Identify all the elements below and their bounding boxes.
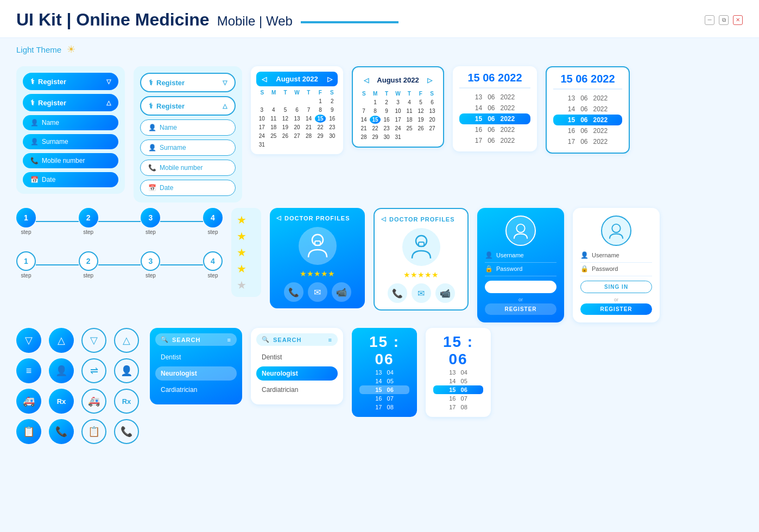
time-row-14-f[interactable]: 14 05 (359, 377, 409, 385)
video-button-outline[interactable]: 📹 (435, 283, 455, 303)
user-filled-icon[interactable]: 👤 (49, 358, 74, 383)
chevron-down-outline-icon[interactable]: ▽ (81, 328, 106, 353)
phone-outline-icon[interactable]: 📞 (114, 419, 139, 444)
password-field-outline[interactable]: 🔒 Password (580, 265, 652, 273)
step-circle-1o[interactable]: 1 (16, 251, 36, 271)
time-row-13-f[interactable]: 13 04 (359, 368, 409, 377)
rating-star-2[interactable]: ★ (237, 230, 256, 243)
step-circle-2f[interactable]: 2 (79, 208, 98, 227)
time-row-13-o[interactable]: 13 04 (433, 368, 483, 377)
username-field-filled[interactable]: 👤 Username (485, 251, 556, 259)
ambulance-outline-icon[interactable]: 🚑 (81, 389, 106, 414)
video-button-filled[interactable]: 📹 (332, 282, 351, 302)
register-button-outline-1[interactable]: ⚕ Register ▽ (140, 73, 236, 92)
step-circle-3o[interactable]: 3 (141, 251, 160, 271)
chevron-up-filled-icon[interactable]: △ (49, 328, 74, 353)
date-row-1-o[interactable]: 13 06 2022 (553, 93, 622, 104)
call-button-filled[interactable]: 📞 (284, 282, 303, 302)
phone-filled-icon[interactable]: 📞 (49, 419, 74, 444)
password-field-filled[interactable]: 🔒 Password (485, 265, 556, 273)
search-item-cardiatrician-f[interactable]: Cardiatrician (155, 383, 237, 397)
cal-prev-outline[interactable]: ◁ (364, 77, 369, 84)
message-button-filled[interactable]: ✉ (308, 282, 327, 302)
rx-outline-icon[interactable]: Rx (114, 389, 139, 414)
date-row-1-f[interactable]: 13 06 2022 (459, 92, 530, 103)
time-row-14-o[interactable]: 14 05 (433, 377, 483, 385)
signin-button-filled[interactable]: SING IN (485, 281, 556, 293)
search-item-dentist-f[interactable]: Dentist (155, 350, 237, 364)
surname-field-filled[interactable]: 👤 Surname (23, 134, 118, 149)
clipboard-filled-icon[interactable]: 📋 (16, 419, 41, 444)
call-button-outline[interactable]: 📞 (388, 283, 407, 303)
mobile-field-outline[interactable]: 📞 Mobile number (140, 160, 236, 176)
rx-filled-icon[interactable]: Rx (49, 389, 74, 414)
search-item-neurologist-o[interactable]: Neurologist (256, 366, 338, 381)
time-row-17-o[interactable]: 17 08 (433, 403, 483, 411)
time-display-filled: 15 : 06 13 04 14 05 15 06 16 07 17 08 (352, 328, 417, 417)
time-row-16-o[interactable]: 16 07 (433, 394, 483, 403)
search-label-f: SEARCH (172, 337, 200, 343)
time-row-16-f[interactable]: 16 07 (359, 394, 409, 403)
date-field-filled[interactable]: 📅 Date (23, 172, 118, 187)
step-circle-1f[interactable]: 1 (16, 208, 36, 227)
doctor-stars-filled: ★★★★★ (276, 269, 358, 278)
search-item-neurologist-f[interactable]: Neurologist (155, 366, 237, 381)
minimize-button[interactable]: ─ (705, 15, 714, 25)
date-row-2-o[interactable]: 14 06 2022 (553, 104, 622, 115)
step-circle-2o[interactable]: 2 (79, 251, 98, 271)
step-circle-4o[interactable]: 4 (203, 251, 223, 271)
step-circle-3f[interactable]: 3 (141, 208, 160, 227)
name-field-filled[interactable]: 👤 Name (23, 115, 118, 130)
time-row-15-f[interactable]: 15 06 (359, 385, 409, 394)
signin-button-outline[interactable]: SING IN (580, 281, 652, 293)
date-row-5-f[interactable]: 17 06 2022 (459, 135, 530, 146)
step-circle-4f[interactable]: 4 (203, 208, 223, 227)
register-button-login-o[interactable]: REGISTER (580, 303, 652, 315)
username-field-outline[interactable]: 👤 Username (580, 251, 652, 259)
cal-prev-filled[interactable]: ◁ (262, 75, 267, 83)
back-arrow-icon-f[interactable]: ◁ (276, 214, 281, 221)
icons-row-2: 🚑 Rx 🚑 Rx 📋 📞 📋 📞 (16, 389, 141, 444)
date-field-outline[interactable]: 📅 Date (140, 180, 236, 196)
time-row-15-o[interactable]: 15 06 (433, 385, 483, 394)
rating-star-1[interactable]: ★ (237, 213, 256, 226)
register-button-filled-1[interactable]: ⚕ Register ▽ (23, 73, 118, 90)
maximize-button[interactable]: ⧉ (719, 15, 729, 25)
filter-outline-icon[interactable]: ⇌ (81, 358, 106, 383)
date-row-5-o[interactable]: 17 06 2022 (553, 136, 622, 147)
ambulance-filled-icon[interactable]: 🚑 (16, 389, 41, 414)
filter-icon-f[interactable]: ≡ (227, 337, 231, 343)
cal-next-outline[interactable]: ▷ (427, 77, 432, 84)
clipboard-outline-icon[interactable]: 📋 (81, 419, 106, 444)
date-row-2-f[interactable]: 14 06 2022 (459, 103, 530, 113)
user-outline-icon[interactable]: 👤 (114, 358, 139, 383)
register-button-outline-2[interactable]: ⚕ Register △ (140, 96, 236, 116)
rating-star-5[interactable]: ★ (237, 278, 256, 292)
message-button-outline[interactable]: ✉ (412, 283, 431, 303)
chevron-up-outline-icon[interactable]: △ (114, 328, 139, 353)
rating-star-3[interactable]: ★ (237, 246, 256, 259)
rating-star-4[interactable]: ★ (237, 262, 256, 275)
divider-1f (485, 262, 556, 263)
register-button-login-f[interactable]: REGISTER (485, 303, 556, 315)
register-button-filled-2[interactable]: ⚕ Register △ (23, 94, 118, 111)
name-field-outline[interactable]: 👤 Name (140, 119, 236, 136)
chevron-down-filled-icon[interactable]: ▽ (16, 328, 41, 353)
date-row-4-f[interactable]: 16 06 2022 (459, 124, 530, 135)
surname-field-outline[interactable]: 👤 Surname (140, 140, 236, 156)
date-row-3-o[interactable]: 15 06 2022 (553, 115, 622, 125)
time-row-17-f[interactable]: 17 08 (359, 403, 409, 411)
search-bar-filled[interactable]: 🔍 SEARCH ≡ (155, 333, 237, 346)
search-item-dentist-o[interactable]: Dentist (256, 350, 338, 364)
date-row-4-o[interactable]: 16 06 2022 (553, 125, 622, 136)
date-row-3-f[interactable]: 15 06 2022 (459, 113, 530, 124)
cal-next-filled[interactable]: ▷ (327, 75, 332, 83)
close-button[interactable]: ✕ (733, 15, 743, 25)
mobile-field-filled[interactable]: 📞 Mobile number (23, 153, 118, 168)
search-item-cardiatrician-o[interactable]: Cardiatrician (256, 383, 338, 397)
menu-filled-icon[interactable]: ≡ (16, 358, 41, 383)
filter-icon-o[interactable]: ≡ (328, 337, 332, 343)
login-card-outline: 👤 Username 🔒 Password SING IN or REGISTE… (573, 208, 660, 322)
back-arrow-icon-o[interactable]: ◁ (381, 216, 386, 223)
search-bar-outline[interactable]: 🔍 SEARCH ≡ (256, 333, 338, 346)
